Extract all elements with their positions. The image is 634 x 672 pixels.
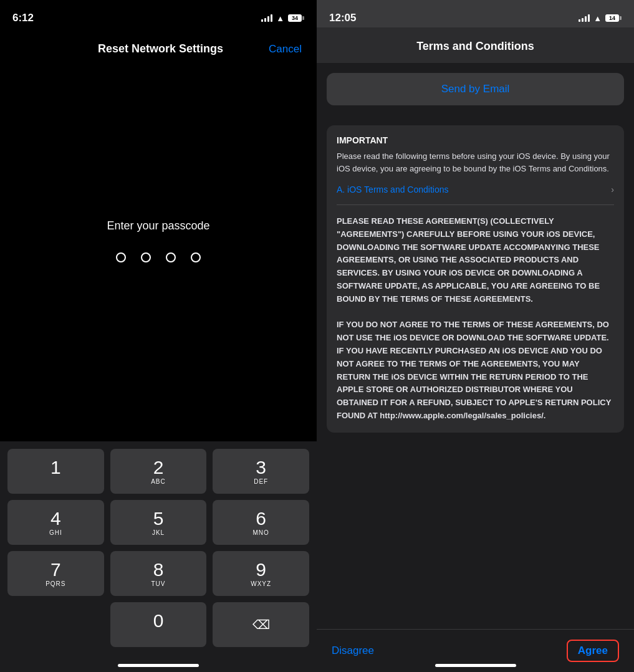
wifi-icon: ▲: [276, 14, 284, 23]
terms-body[interactable]: IMPORTANT Please read the following term…: [317, 115, 634, 629]
key-3[interactable]: 3 DEF: [213, 449, 309, 494]
passcode-dot-1: [116, 252, 126, 262]
terms-legal-1: PLEASE READ THESE AGREEMENT(S) (COLLECTI…: [337, 215, 614, 423]
agree-button[interactable]: Agree: [567, 640, 619, 662]
delete-key[interactable]: ⌫: [213, 602, 309, 647]
terms-title: Terms and Conditions: [416, 40, 534, 52]
left-status-bar: 6:12 ▲ 34: [0, 0, 317, 27]
key-empty: [7, 602, 104, 647]
left-nav-bar: Reset Network Settings Cancel: [0, 32, 317, 65]
terms-intro: Please read the following terms before u…: [337, 150, 614, 175]
home-indicator-left: [118, 664, 199, 667]
cancel-button[interactable]: Cancel: [269, 43, 302, 55]
keypad: 1 2 ABC 3 DEF 4 GHI 5 JKL 6 MNO 7 PQRS: [0, 441, 317, 672]
key-9[interactable]: 9 WXYZ: [213, 551, 309, 596]
key-2[interactable]: 2 ABC: [110, 449, 207, 494]
chevron-right-icon: ›: [611, 185, 614, 194]
disagree-button[interactable]: Disagree: [332, 645, 374, 657]
key-4[interactable]: 4 GHI: [7, 500, 104, 545]
right-phone: 12:05 ▲ 14 Terms and Conditions Send by …: [317, 0, 634, 672]
key-7[interactable]: 7 PQRS: [7, 551, 104, 596]
right-battery-icon: 14: [605, 14, 622, 22]
right-wifi-icon: ▲: [593, 14, 602, 23]
send-email-button[interactable]: Send by Email: [327, 73, 624, 105]
signal-icon: [261, 14, 272, 22]
right-status-bar: 12:05 ▲ 14: [317, 0, 634, 27]
passcode-prompt: Enter your passcode: [107, 219, 209, 233]
important-label: IMPORTANT: [337, 135, 614, 145]
right-signal-icon: [579, 14, 590, 22]
home-indicator-right: [435, 664, 516, 667]
key-8[interactable]: 8 TUV: [110, 551, 207, 596]
key-0[interactable]: 0: [110, 602, 207, 647]
key-6[interactable]: 6 MNO: [213, 500, 309, 545]
passcode-area: Enter your passcode: [0, 65, 317, 441]
delete-icon: ⌫: [252, 617, 270, 632]
left-phone: 6:12 ▲ 34 Reset Network Settings Cancel …: [0, 0, 317, 672]
ios-terms-link[interactable]: A. iOS Terms and Conditions: [337, 185, 449, 194]
passcode-dot-3: [166, 252, 176, 262]
right-content: Terms and Conditions Send by Email IMPOR…: [317, 27, 634, 672]
left-time: 6:12: [12, 12, 34, 24]
right-time: 12:05: [329, 12, 356, 24]
reset-network-title: Reset Network Settings: [52, 42, 269, 55]
passcode-dot-2: [141, 252, 151, 262]
terms-header: Terms and Conditions: [317, 27, 634, 63]
key-5[interactable]: 5 JKL: [110, 500, 207, 545]
send-email-label: Send by Email: [441, 83, 510, 95]
ios-terms-row[interactable]: A. iOS Terms and Conditions ›: [337, 185, 614, 205]
passcode-dots: [116, 252, 201, 262]
passcode-dot-4: [191, 252, 201, 262]
send-email-section: Send by Email: [317, 63, 634, 115]
right-status-icons: ▲ 14: [579, 14, 622, 23]
left-status-icons: ▲ 34: [261, 14, 304, 23]
battery-icon: 34: [288, 14, 304, 22]
key-1[interactable]: 1: [7, 449, 104, 494]
terms-card: IMPORTANT Please read the following term…: [327, 125, 624, 433]
